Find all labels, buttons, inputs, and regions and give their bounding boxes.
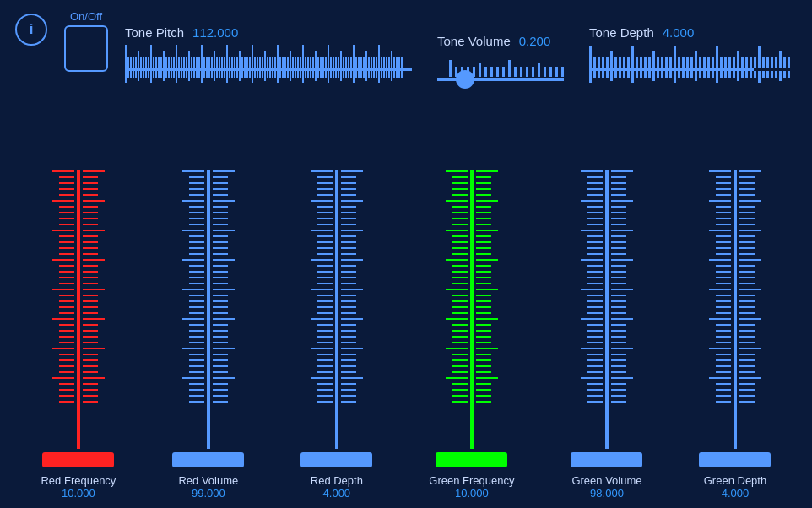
tone-depth-value: 4.000: [663, 25, 695, 40]
meters-row: Red Frequency 10.000 Red Volume 99.000 R…: [0, 114, 812, 508]
meter-green-frequency[interactable]: Green Frequency 10.000: [429, 170, 514, 500]
tone-depth-slider[interactable]: [589, 43, 790, 89]
onoff-section: On/Off: [64, 10, 108, 72]
tone-depth-label: Tone Depth: [589, 25, 654, 40]
meter-green-depth[interactable]: Green Depth 4.000: [699, 170, 771, 500]
meter-red-volume[interactable]: Red Volume 99.000: [172, 170, 244, 500]
meter-label: Green Depth: [704, 474, 766, 487]
tone-volume-label: Tone Volume: [437, 34, 511, 48]
tone-pitch-value: 112.000: [192, 25, 238, 40]
tone-volume-group: Tone Volume 0.200: [437, 34, 564, 81]
meter-value: 99.000: [192, 487, 225, 500]
meter-value: 10.000: [455, 487, 489, 500]
tone-volume-slider[interactable]: [437, 51, 564, 81]
tone-pitch-group: Tone Pitch 112.000: [125, 25, 412, 89]
meter-red-frequency[interactable]: Red Frequency 10.000: [41, 170, 116, 500]
info-icon[interactable]: i: [15, 14, 47, 46]
tone-depth-group: Tone Depth 4.000: [589, 25, 790, 89]
meter-value: 10.000: [62, 487, 95, 500]
top-bar: i On/Off Tone Pitch 112.000 Tone Volume: [0, 0, 812, 114]
tone-pitch-label: Tone Pitch: [125, 25, 184, 40]
meter-label: Green Frequency: [429, 474, 514, 487]
tone-volume-value: 0.200: [519, 34, 551, 48]
onoff-button[interactable]: [64, 25, 108, 72]
meter-label: Red Depth: [311, 474, 363, 487]
meter-label: Green Volume: [571, 474, 641, 487]
meter-label: Red Frequency: [41, 474, 116, 487]
onoff-label: On/Off: [70, 10, 102, 23]
meter-green-volume[interactable]: Green Volume 98.000: [571, 170, 642, 500]
tone-pitch-slider[interactable]: [125, 43, 412, 89]
meter-value: 4.000: [722, 487, 750, 500]
meter-label: Red Volume: [178, 474, 238, 487]
meter-red-depth[interactable]: Red Depth 4.000: [300, 170, 372, 500]
meter-value: 4.000: [323, 487, 351, 500]
meter-value: 98.000: [590, 487, 624, 500]
